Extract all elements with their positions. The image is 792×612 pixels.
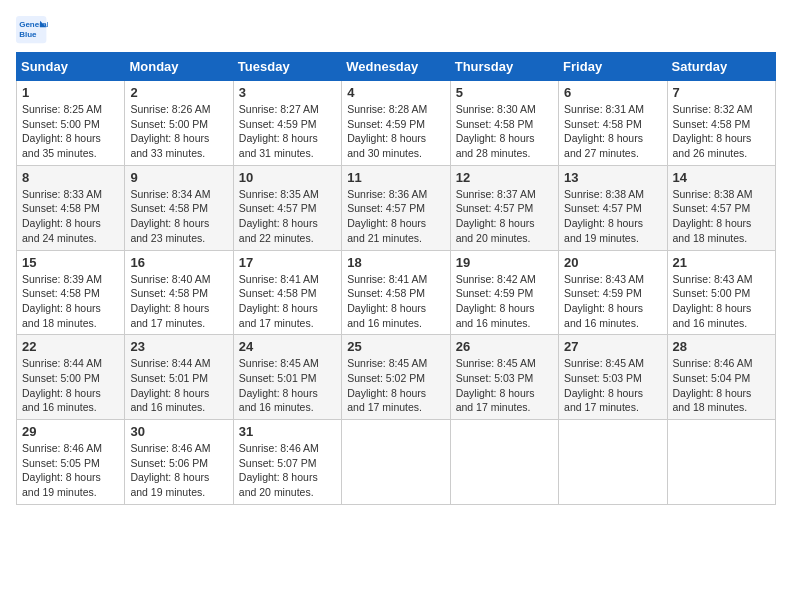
day-info: Sunrise: 8:39 AMSunset: 4:58 PMDaylight:…: [22, 272, 119, 331]
day-info: Sunrise: 8:41 AMSunset: 4:58 PMDaylight:…: [239, 272, 336, 331]
day-number: 22: [22, 339, 119, 354]
day-cell: 8Sunrise: 8:33 AMSunset: 4:58 PMDaylight…: [17, 165, 125, 250]
day-number: 7: [673, 85, 770, 100]
day-number: 6: [564, 85, 661, 100]
day-info: Sunrise: 8:35 AMSunset: 4:57 PMDaylight:…: [239, 187, 336, 246]
day-cell: 23Sunrise: 8:44 AMSunset: 5:01 PMDayligh…: [125, 335, 233, 420]
week-row-3: 15Sunrise: 8:39 AMSunset: 4:58 PMDayligh…: [17, 250, 776, 335]
day-number: 13: [564, 170, 661, 185]
day-number: 8: [22, 170, 119, 185]
day-number: 18: [347, 255, 444, 270]
day-number: 3: [239, 85, 336, 100]
day-number: 17: [239, 255, 336, 270]
day-cell: 1Sunrise: 8:25 AMSunset: 5:00 PMDaylight…: [17, 81, 125, 166]
day-number: 12: [456, 170, 553, 185]
day-info: Sunrise: 8:40 AMSunset: 4:58 PMDaylight:…: [130, 272, 227, 331]
day-number: 27: [564, 339, 661, 354]
day-info: Sunrise: 8:45 AMSunset: 5:02 PMDaylight:…: [347, 356, 444, 415]
day-cell: 12Sunrise: 8:37 AMSunset: 4:57 PMDayligh…: [450, 165, 558, 250]
day-cell: [450, 420, 558, 505]
day-number: 28: [673, 339, 770, 354]
day-info: Sunrise: 8:26 AMSunset: 5:00 PMDaylight:…: [130, 102, 227, 161]
day-info: Sunrise: 8:46 AMSunset: 5:05 PMDaylight:…: [22, 441, 119, 500]
day-number: 4: [347, 85, 444, 100]
day-cell: 11Sunrise: 8:36 AMSunset: 4:57 PMDayligh…: [342, 165, 450, 250]
day-cell: [667, 420, 775, 505]
col-header-friday: Friday: [559, 53, 667, 81]
day-info: Sunrise: 8:43 AMSunset: 5:00 PMDaylight:…: [673, 272, 770, 331]
day-cell: 9Sunrise: 8:34 AMSunset: 4:58 PMDaylight…: [125, 165, 233, 250]
day-number: 31: [239, 424, 336, 439]
col-header-thursday: Thursday: [450, 53, 558, 81]
day-info: Sunrise: 8:37 AMSunset: 4:57 PMDaylight:…: [456, 187, 553, 246]
day-number: 11: [347, 170, 444, 185]
day-number: 20: [564, 255, 661, 270]
day-info: Sunrise: 8:46 AMSunset: 5:06 PMDaylight:…: [130, 441, 227, 500]
day-info: Sunrise: 8:45 AMSunset: 5:03 PMDaylight:…: [456, 356, 553, 415]
day-info: Sunrise: 8:34 AMSunset: 4:58 PMDaylight:…: [130, 187, 227, 246]
day-cell: 22Sunrise: 8:44 AMSunset: 5:00 PMDayligh…: [17, 335, 125, 420]
day-number: 30: [130, 424, 227, 439]
day-number: 25: [347, 339, 444, 354]
day-info: Sunrise: 8:38 AMSunset: 4:57 PMDaylight:…: [673, 187, 770, 246]
day-cell: 7Sunrise: 8:32 AMSunset: 4:58 PMDaylight…: [667, 81, 775, 166]
day-cell: 25Sunrise: 8:45 AMSunset: 5:02 PMDayligh…: [342, 335, 450, 420]
day-info: Sunrise: 8:38 AMSunset: 4:57 PMDaylight:…: [564, 187, 661, 246]
day-info: Sunrise: 8:45 AMSunset: 5:01 PMDaylight:…: [239, 356, 336, 415]
col-header-tuesday: Tuesday: [233, 53, 341, 81]
day-number: 29: [22, 424, 119, 439]
day-info: Sunrise: 8:44 AMSunset: 5:01 PMDaylight:…: [130, 356, 227, 415]
col-header-monday: Monday: [125, 53, 233, 81]
day-cell: 21Sunrise: 8:43 AMSunset: 5:00 PMDayligh…: [667, 250, 775, 335]
day-number: 9: [130, 170, 227, 185]
day-cell: 6Sunrise: 8:31 AMSunset: 4:58 PMDaylight…: [559, 81, 667, 166]
day-cell: 30Sunrise: 8:46 AMSunset: 5:06 PMDayligh…: [125, 420, 233, 505]
week-row-1: 1Sunrise: 8:25 AMSunset: 5:00 PMDaylight…: [17, 81, 776, 166]
col-header-sunday: Sunday: [17, 53, 125, 81]
day-cell: 18Sunrise: 8:41 AMSunset: 4:58 PMDayligh…: [342, 250, 450, 335]
day-number: 26: [456, 339, 553, 354]
day-number: 5: [456, 85, 553, 100]
day-cell: 10Sunrise: 8:35 AMSunset: 4:57 PMDayligh…: [233, 165, 341, 250]
day-cell: 24Sunrise: 8:45 AMSunset: 5:01 PMDayligh…: [233, 335, 341, 420]
day-cell: 17Sunrise: 8:41 AMSunset: 4:58 PMDayligh…: [233, 250, 341, 335]
day-cell: 3Sunrise: 8:27 AMSunset: 4:59 PMDaylight…: [233, 81, 341, 166]
day-info: Sunrise: 8:27 AMSunset: 4:59 PMDaylight:…: [239, 102, 336, 161]
week-row-2: 8Sunrise: 8:33 AMSunset: 4:58 PMDaylight…: [17, 165, 776, 250]
day-info: Sunrise: 8:36 AMSunset: 4:57 PMDaylight:…: [347, 187, 444, 246]
calendar-table: SundayMondayTuesdayWednesdayThursdayFrid…: [16, 52, 776, 505]
day-number: 16: [130, 255, 227, 270]
day-info: Sunrise: 8:42 AMSunset: 4:59 PMDaylight:…: [456, 272, 553, 331]
week-row-5: 29Sunrise: 8:46 AMSunset: 5:05 PMDayligh…: [17, 420, 776, 505]
day-info: Sunrise: 8:41 AMSunset: 4:58 PMDaylight:…: [347, 272, 444, 331]
day-cell: 29Sunrise: 8:46 AMSunset: 5:05 PMDayligh…: [17, 420, 125, 505]
logo-icon: General Blue: [16, 16, 48, 44]
day-number: 2: [130, 85, 227, 100]
day-cell: 19Sunrise: 8:42 AMSunset: 4:59 PMDayligh…: [450, 250, 558, 335]
day-cell: 13Sunrise: 8:38 AMSunset: 4:57 PMDayligh…: [559, 165, 667, 250]
day-info: Sunrise: 8:46 AMSunset: 5:04 PMDaylight:…: [673, 356, 770, 415]
day-info: Sunrise: 8:32 AMSunset: 4:58 PMDaylight:…: [673, 102, 770, 161]
day-cell: 28Sunrise: 8:46 AMSunset: 5:04 PMDayligh…: [667, 335, 775, 420]
day-cell: 5Sunrise: 8:30 AMSunset: 4:58 PMDaylight…: [450, 81, 558, 166]
day-number: 23: [130, 339, 227, 354]
day-number: 19: [456, 255, 553, 270]
day-info: Sunrise: 8:46 AMSunset: 5:07 PMDaylight:…: [239, 441, 336, 500]
day-cell: 4Sunrise: 8:28 AMSunset: 4:59 PMDaylight…: [342, 81, 450, 166]
col-header-wednesday: Wednesday: [342, 53, 450, 81]
day-info: Sunrise: 8:43 AMSunset: 4:59 PMDaylight:…: [564, 272, 661, 331]
day-info: Sunrise: 8:31 AMSunset: 4:58 PMDaylight:…: [564, 102, 661, 161]
day-cell: [559, 420, 667, 505]
day-info: Sunrise: 8:25 AMSunset: 5:00 PMDaylight:…: [22, 102, 119, 161]
day-info: Sunrise: 8:30 AMSunset: 4:58 PMDaylight:…: [456, 102, 553, 161]
day-number: 1: [22, 85, 119, 100]
day-cell: 31Sunrise: 8:46 AMSunset: 5:07 PMDayligh…: [233, 420, 341, 505]
header-row: SundayMondayTuesdayWednesdayThursdayFrid…: [17, 53, 776, 81]
day-cell: 26Sunrise: 8:45 AMSunset: 5:03 PMDayligh…: [450, 335, 558, 420]
logo: General Blue: [16, 16, 52, 44]
col-header-saturday: Saturday: [667, 53, 775, 81]
week-row-4: 22Sunrise: 8:44 AMSunset: 5:00 PMDayligh…: [17, 335, 776, 420]
day-cell: 27Sunrise: 8:45 AMSunset: 5:03 PMDayligh…: [559, 335, 667, 420]
day-info: Sunrise: 8:33 AMSunset: 4:58 PMDaylight:…: [22, 187, 119, 246]
day-number: 10: [239, 170, 336, 185]
